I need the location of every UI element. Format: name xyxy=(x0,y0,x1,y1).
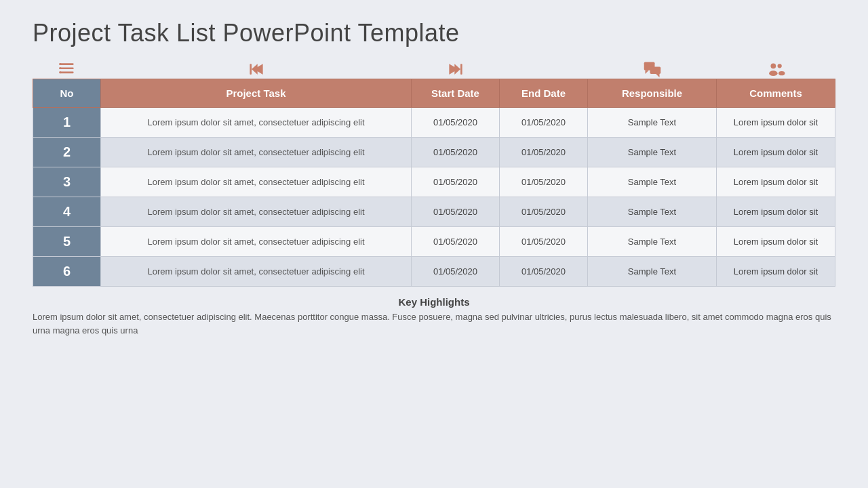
header-responsible: Responsible xyxy=(588,79,717,108)
cell-no: 1 xyxy=(33,108,101,138)
cell-start: 01/05/2020 xyxy=(412,227,500,257)
highlights-text: Lorem ipsum dolor sit amet, consectetuer… xyxy=(33,310,835,337)
header-no: No xyxy=(33,79,101,108)
table-row: 1Lorem ipsum dolor sit amet, consectetue… xyxy=(33,108,835,138)
svg-point-16 xyxy=(770,63,776,68)
cell-end: 01/05/2020 xyxy=(500,197,588,227)
svg-marker-15 xyxy=(656,74,659,77)
cell-responsible: Sample Text xyxy=(588,257,717,287)
table-row: 4Lorem ipsum dolor sit amet, consectetue… xyxy=(33,197,835,227)
svg-point-18 xyxy=(777,64,781,68)
highlights-title: Key Highlights xyxy=(33,296,835,308)
cell-start: 01/05/2020 xyxy=(412,167,500,197)
cell-comments: Lorem ipsum dolor sit xyxy=(717,167,835,197)
end-spacer xyxy=(500,60,588,79)
icons-row xyxy=(33,60,835,79)
cell-task: Lorem ipsum dolor sit amet, consectetuer… xyxy=(101,108,412,138)
header-end: End Date xyxy=(500,79,588,108)
highlights-section: Key Highlights Lorem ipsum dolor sit ame… xyxy=(33,296,835,337)
header-comments: Comments xyxy=(717,79,835,108)
cell-no: 6 xyxy=(33,257,101,287)
svg-rect-2 xyxy=(60,72,74,74)
table-row: 5Lorem ipsum dolor sit amet, consectetue… xyxy=(33,227,835,257)
slide: Project Task List PowerPoint Template xyxy=(0,0,868,488)
svg-marker-11 xyxy=(454,64,460,75)
cell-task: Lorem ipsum dolor sit amet, consectetuer… xyxy=(101,197,412,227)
cell-end: 01/05/2020 xyxy=(500,167,588,197)
cell-start: 01/05/2020 xyxy=(412,108,500,138)
svg-rect-9 xyxy=(460,64,462,75)
cell-task: Lorem ipsum dolor sit amet, consectetuer… xyxy=(101,138,412,167)
cell-end: 01/05/2020 xyxy=(500,227,588,257)
cell-start: 01/05/2020 xyxy=(412,197,500,227)
svg-rect-3 xyxy=(60,63,62,65)
svg-point-17 xyxy=(769,70,777,76)
cell-comments: Lorem ipsum dolor sit xyxy=(717,108,835,138)
page-title: Project Task List PowerPoint Template xyxy=(33,19,835,47)
table-row: 6Lorem ipsum dolor sit amet, consectetue… xyxy=(33,257,835,287)
cell-end: 01/05/2020 xyxy=(500,108,588,138)
svg-point-19 xyxy=(778,71,785,75)
cell-responsible: Sample Text xyxy=(588,167,717,197)
cell-no: 2 xyxy=(33,138,101,167)
svg-rect-1 xyxy=(60,67,74,69)
cell-no: 4 xyxy=(33,197,101,227)
svg-rect-0 xyxy=(60,63,74,65)
cell-no: 3 xyxy=(33,167,101,197)
skip-forward-icon xyxy=(412,60,500,79)
cell-responsible: Sample Text xyxy=(588,197,717,227)
list-icon xyxy=(33,60,100,79)
svg-rect-4 xyxy=(60,67,62,69)
cell-task: Lorem ipsum dolor sit amet, consectetuer… xyxy=(101,257,412,287)
chat-icon xyxy=(588,60,717,79)
header-start: Start Date xyxy=(412,79,500,108)
cell-comments: Lorem ipsum dolor sit xyxy=(717,257,835,287)
cell-task: Lorem ipsum dolor sit amet, consectetuer… xyxy=(101,227,412,257)
table-header-row: No Project Task Start Date End Date Resp… xyxy=(33,79,835,108)
cell-comments: Lorem ipsum dolor sit xyxy=(717,227,835,257)
cell-start: 01/05/2020 xyxy=(412,138,500,167)
svg-marker-8 xyxy=(252,64,258,75)
cell-end: 01/05/2020 xyxy=(500,257,588,287)
cell-responsible: Sample Text xyxy=(588,108,717,138)
header-task: Project Task xyxy=(101,79,412,108)
cell-end: 01/05/2020 xyxy=(500,138,588,167)
cell-comments: Lorem ipsum dolor sit xyxy=(717,138,835,167)
table-row: 2Lorem ipsum dolor sit amet, consectetue… xyxy=(33,138,835,167)
svg-rect-6 xyxy=(250,64,252,75)
cell-comments: Lorem ipsum dolor sit xyxy=(717,197,835,227)
group-icon xyxy=(717,60,835,79)
cell-start: 01/05/2020 xyxy=(412,257,500,287)
cell-no: 5 xyxy=(33,227,101,257)
cell-task: Lorem ipsum dolor sit amet, consectetuer… xyxy=(101,167,412,197)
cell-responsible: Sample Text xyxy=(588,227,717,257)
svg-rect-14 xyxy=(650,67,661,75)
task-table: No Project Task Start Date End Date Resp… xyxy=(33,79,835,287)
svg-rect-5 xyxy=(60,72,62,74)
cell-responsible: Sample Text xyxy=(588,138,717,167)
svg-marker-13 xyxy=(646,70,649,74)
skip-back-icon xyxy=(100,60,412,79)
table-row: 3Lorem ipsum dolor sit amet, consectetue… xyxy=(33,167,835,197)
